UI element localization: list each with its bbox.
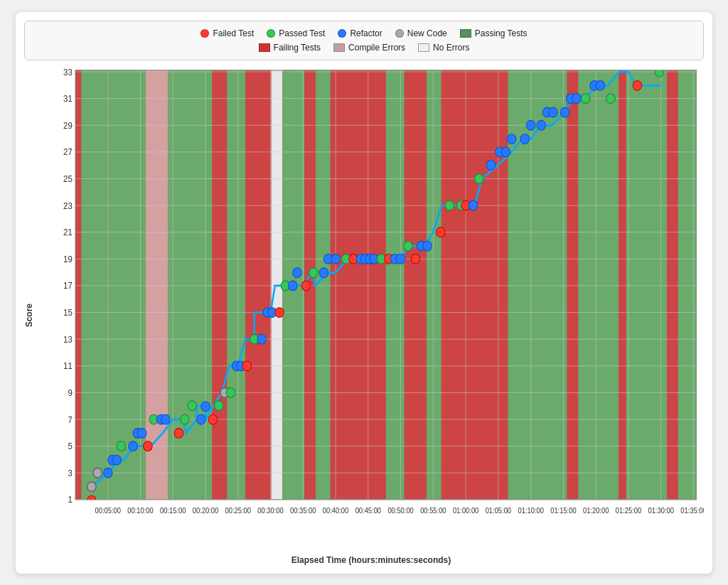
svg-point-135 <box>319 267 328 277</box>
legend-row-1: Failed Test Passed Test Refactor New Cod… <box>200 28 527 38</box>
y-axis-label: Score <box>24 304 34 327</box>
svg-point-151 <box>423 241 432 251</box>
svg-point-170 <box>581 93 589 103</box>
passed-test-dot <box>267 29 275 38</box>
svg-text:00:20:00: 00:20:00 <box>193 506 219 514</box>
svg-text:01:10:00: 01:10:00 <box>518 506 544 514</box>
svg-rect-2 <box>146 70 168 499</box>
chart-container: Failed Test Passed Test Refactor New Cod… <box>16 12 712 574</box>
svg-text:00:50:00: 00:50:00 <box>387 506 414 514</box>
svg-point-132 <box>293 267 301 277</box>
svg-text:17: 17 <box>63 281 73 291</box>
svg-rect-11 <box>316 70 331 499</box>
svg-point-113 <box>174 428 183 438</box>
legend-passed-test: Passed Test <box>267 28 325 38</box>
svg-point-115 <box>188 400 196 410</box>
svg-point-173 <box>606 93 615 103</box>
svg-point-157 <box>475 173 483 183</box>
svg-rect-7 <box>245 70 271 499</box>
svg-point-129 <box>275 307 284 317</box>
main-chart: 1 3 5 7 9 11 13 15 17 19 21 23 25 27 <box>38 66 704 552</box>
svg-point-106 <box>129 441 137 451</box>
svg-point-112 <box>161 414 170 424</box>
svg-text:00:55:00: 00:55:00 <box>420 506 446 514</box>
no-errors-label: No Errors <box>433 43 469 53</box>
svg-text:01:35:00: 01:35:00 <box>680 506 704 514</box>
svg-wrapper: 1 3 5 7 9 11 13 15 17 19 21 23 25 27 <box>38 66 704 552</box>
svg-text:01:20:00: 01:20:00 <box>583 506 609 514</box>
svg-point-164 <box>537 120 545 130</box>
svg-point-119 <box>215 400 223 410</box>
svg-point-148 <box>404 241 412 251</box>
svg-point-133 <box>301 281 310 291</box>
svg-text:5: 5 <box>68 441 73 451</box>
svg-point-137 <box>331 254 340 264</box>
svg-rect-14 <box>405 70 427 499</box>
svg-text:33: 33 <box>63 67 73 77</box>
svg-point-99 <box>87 481 96 491</box>
svg-point-169 <box>572 93 581 103</box>
svg-point-104 <box>112 455 121 465</box>
new-code-dot <box>395 29 404 38</box>
svg-point-160 <box>501 147 510 157</box>
legend-new-code: New Code <box>395 28 447 38</box>
svg-point-116 <box>197 414 205 424</box>
svg-point-172 <box>596 80 604 90</box>
svg-point-131 <box>289 281 297 291</box>
svg-text:31: 31 <box>63 93 73 104</box>
refactor-dot <box>338 29 346 38</box>
refactor-label: Refactor <box>350 28 382 38</box>
svg-text:01:30:00: 01:30:00 <box>648 506 674 514</box>
failing-tests-rect <box>259 43 270 52</box>
svg-point-118 <box>208 414 217 424</box>
svg-rect-12 <box>331 70 386 499</box>
svg-text:01:15:00: 01:15:00 <box>550 506 577 514</box>
svg-text:19: 19 <box>63 254 73 264</box>
svg-text:7: 7 <box>68 414 73 425</box>
svg-text:00:15:00: 00:15:00 <box>160 506 186 514</box>
svg-text:01:05:00: 01:05:00 <box>486 506 512 514</box>
svg-rect-5 <box>212 70 227 499</box>
legend: Failed Test Passed Test Refactor New Cod… <box>24 21 704 60</box>
legend-passing-tests: Passing Tests <box>460 28 528 38</box>
svg-text:1: 1 <box>68 494 73 505</box>
svg-text:25: 25 <box>63 173 73 184</box>
legend-row-2: Failing Tests Compile Errors No Errors <box>259 43 470 53</box>
svg-text:29: 29 <box>63 120 73 131</box>
svg-rect-16 <box>441 70 508 499</box>
compile-errors-rect <box>333 43 345 52</box>
svg-point-167 <box>560 107 569 117</box>
svg-rect-18 <box>567 70 579 499</box>
svg-text:00:30:00: 00:30:00 <box>257 506 284 514</box>
svg-point-162 <box>520 134 529 144</box>
svg-text:23: 23 <box>63 200 73 211</box>
svg-point-156 <box>469 200 477 210</box>
svg-point-166 <box>549 107 557 117</box>
svg-text:00:10:00: 00:10:00 <box>127 506 154 514</box>
svg-rect-20 <box>619 70 626 499</box>
svg-text:00:35:00: 00:35:00 <box>290 506 316 514</box>
failed-test-dot <box>200 29 209 38</box>
svg-rect-15 <box>427 70 441 499</box>
svg-point-108 <box>137 428 146 438</box>
svg-text:01:00:00: 01:00:00 <box>453 506 479 514</box>
svg-point-105 <box>117 441 125 451</box>
svg-point-102 <box>104 468 112 478</box>
svg-point-121 <box>226 387 235 397</box>
svg-text:3: 3 <box>68 468 73 478</box>
svg-point-109 <box>144 441 152 451</box>
svg-rect-22 <box>667 70 678 499</box>
svg-text:13: 13 <box>63 334 73 345</box>
svg-text:00:45:00: 00:45:00 <box>355 506 382 514</box>
svg-rect-17 <box>508 70 567 499</box>
svg-point-153 <box>445 200 454 210</box>
no-errors-rect <box>418 43 429 52</box>
legend-failing-tests: Failing Tests <box>259 43 321 53</box>
svg-point-163 <box>526 120 535 130</box>
svg-text:00:05:00: 00:05:00 <box>95 506 122 514</box>
passing-tests-label: Passing Tests <box>475 28 528 38</box>
failing-tests-label: Failing Tests <box>274 43 321 53</box>
x-axis-label: Elapsed Time (hours:minutes:seconds) <box>38 552 704 565</box>
svg-point-100 <box>93 468 102 478</box>
compile-errors-label: Compile Errors <box>348 43 405 53</box>
